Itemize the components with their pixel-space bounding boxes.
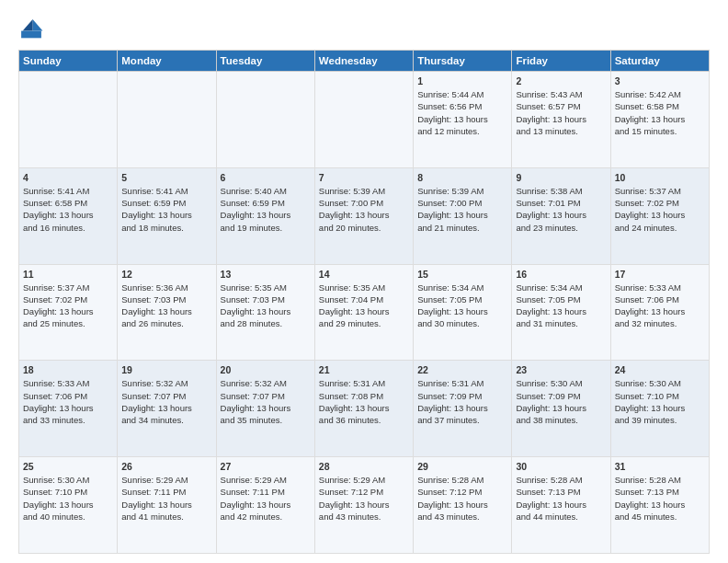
svg-rect-2	[21, 31, 41, 39]
calendar-week-4: 18Sunrise: 5:33 AM Sunset: 7:06 PM Dayli…	[19, 361, 710, 457]
calendar-body: 1Sunrise: 5:44 AM Sunset: 6:56 PM Daylig…	[19, 72, 710, 554]
cell-text: Sunrise: 5:31 AM Sunset: 7:09 PM Dayligh…	[417, 377, 507, 426]
calendar-cell: 6Sunrise: 5:40 AM Sunset: 6:59 PM Daylig…	[216, 167, 314, 264]
calendar-cell	[314, 72, 413, 168]
cell-text: Sunrise: 5:41 AM Sunset: 6:58 PM Dayligh…	[23, 185, 113, 234]
logo	[18, 17, 48, 42]
calendar-week-2: 4Sunrise: 5:41 AM Sunset: 6:58 PM Daylig…	[19, 167, 710, 264]
calendar-cell	[216, 72, 314, 168]
cell-text: Sunrise: 5:29 AM Sunset: 7:11 PM Dayligh…	[121, 474, 211, 523]
cell-text: Sunrise: 5:32 AM Sunset: 7:07 PM Dayligh…	[221, 377, 311, 426]
cell-text: Sunrise: 5:44 AM Sunset: 6:56 PM Dayligh…	[417, 88, 507, 137]
cell-text: Sunrise: 5:37 AM Sunset: 7:02 PM Dayligh…	[615, 185, 705, 234]
day-number: 28	[319, 461, 409, 472]
day-number: 14	[319, 269, 409, 280]
calendar-cell: 31Sunrise: 5:28 AM Sunset: 7:13 PM Dayli…	[610, 457, 709, 554]
cell-text: Sunrise: 5:39 AM Sunset: 7:00 PM Dayligh…	[417, 185, 507, 234]
calendar-cell: 16Sunrise: 5:34 AM Sunset: 7:05 PM Dayli…	[512, 264, 610, 361]
day-number: 29	[417, 461, 507, 472]
day-number: 3	[615, 75, 705, 86]
calendar-cell: 9Sunrise: 5:38 AM Sunset: 7:01 PM Daylig…	[512, 167, 610, 264]
calendar-cell: 2Sunrise: 5:43 AM Sunset: 6:57 PM Daylig…	[512, 72, 610, 168]
calendar-cell: 22Sunrise: 5:31 AM Sunset: 7:09 PM Dayli…	[414, 361, 512, 457]
cell-text: Sunrise: 5:34 AM Sunset: 7:05 PM Dayligh…	[417, 282, 507, 330]
day-number: 7	[319, 172, 409, 183]
calendar-cell: 24Sunrise: 5:30 AM Sunset: 7:10 PM Dayli…	[610, 361, 709, 457]
day-header-friday: Friday	[512, 51, 610, 72]
day-number: 19	[121, 364, 211, 375]
calendar-cell: 3Sunrise: 5:42 AM Sunset: 6:58 PM Daylig…	[610, 72, 709, 168]
calendar-cell: 25Sunrise: 5:30 AM Sunset: 7:10 PM Dayli…	[19, 457, 118, 554]
day-number: 26	[121, 461, 211, 472]
cell-text: Sunrise: 5:32 AM Sunset: 7:07 PM Dayligh…	[121, 377, 211, 426]
cell-text: Sunrise: 5:38 AM Sunset: 7:01 PM Dayligh…	[516, 185, 606, 234]
calendar-cell: 26Sunrise: 5:29 AM Sunset: 7:11 PM Dayli…	[118, 457, 216, 554]
cell-text: Sunrise: 5:33 AM Sunset: 7:06 PM Dayligh…	[615, 282, 705, 330]
day-number: 13	[221, 269, 311, 280]
cell-text: Sunrise: 5:43 AM Sunset: 6:57 PM Dayligh…	[516, 88, 606, 137]
day-number: 5	[121, 172, 211, 183]
day-number: 15	[417, 269, 507, 280]
day-number: 25	[23, 461, 113, 472]
cell-text: Sunrise: 5:29 AM Sunset: 7:11 PM Dayligh…	[221, 474, 311, 523]
logo-icon	[18, 17, 44, 42]
day-number: 31	[615, 461, 705, 472]
day-number: 1	[417, 75, 507, 86]
day-number: 30	[516, 461, 606, 472]
calendar-cell: 30Sunrise: 5:28 AM Sunset: 7:13 PM Dayli…	[512, 457, 610, 554]
day-number: 2	[516, 75, 606, 86]
calendar-cell: 27Sunrise: 5:29 AM Sunset: 7:11 PM Dayli…	[216, 457, 314, 554]
calendar-cell: 4Sunrise: 5:41 AM Sunset: 6:58 PM Daylig…	[19, 167, 118, 264]
day-header-thursday: Thursday	[414, 51, 512, 72]
calendar-cell: 11Sunrise: 5:37 AM Sunset: 7:02 PM Dayli…	[19, 264, 118, 361]
calendar-header: SundayMondayTuesdayWednesdayThursdayFrid…	[19, 51, 710, 72]
calendar-week-5: 25Sunrise: 5:30 AM Sunset: 7:10 PM Dayli…	[19, 457, 710, 554]
day-header-monday: Monday	[118, 51, 216, 72]
cell-text: Sunrise: 5:35 AM Sunset: 7:03 PM Dayligh…	[221, 282, 311, 330]
day-number: 16	[516, 269, 606, 280]
cell-text: Sunrise: 5:37 AM Sunset: 7:02 PM Dayligh…	[23, 282, 113, 330]
day-number: 24	[615, 364, 705, 375]
cell-text: Sunrise: 5:36 AM Sunset: 7:03 PM Dayligh…	[121, 282, 211, 330]
calendar-cell: 23Sunrise: 5:30 AM Sunset: 7:09 PM Dayli…	[512, 361, 610, 457]
day-number: 20	[221, 364, 311, 375]
day-number: 8	[417, 172, 507, 183]
calendar-cell: 15Sunrise: 5:34 AM Sunset: 7:05 PM Dayli…	[414, 264, 512, 361]
calendar-cell	[118, 72, 216, 168]
cell-text: Sunrise: 5:34 AM Sunset: 7:05 PM Dayligh…	[516, 282, 606, 330]
cell-text: Sunrise: 5:42 AM Sunset: 6:58 PM Dayligh…	[615, 88, 705, 137]
svg-marker-1	[23, 19, 33, 30]
day-number: 6	[221, 172, 311, 183]
day-header-sunday: Sunday	[19, 51, 118, 72]
calendar-cell: 14Sunrise: 5:35 AM Sunset: 7:04 PM Dayli…	[314, 264, 413, 361]
day-number: 23	[516, 364, 606, 375]
calendar-cell: 8Sunrise: 5:39 AM Sunset: 7:00 PM Daylig…	[414, 167, 512, 264]
day-number: 22	[417, 364, 507, 375]
day-number: 12	[121, 269, 211, 280]
cell-text: Sunrise: 5:29 AM Sunset: 7:12 PM Dayligh…	[319, 474, 409, 523]
cell-text: Sunrise: 5:28 AM Sunset: 7:12 PM Dayligh…	[417, 474, 507, 523]
day-header-saturday: Saturday	[610, 51, 709, 72]
cell-text: Sunrise: 5:28 AM Sunset: 7:13 PM Dayligh…	[516, 474, 606, 523]
cell-text: Sunrise: 5:30 AM Sunset: 7:10 PM Dayligh…	[23, 474, 113, 523]
day-header-wednesday: Wednesday	[314, 51, 413, 72]
page: SundayMondayTuesdayWednesdayThursdayFrid…	[0, 0, 728, 563]
calendar-cell: 13Sunrise: 5:35 AM Sunset: 7:03 PM Dayli…	[216, 264, 314, 361]
cell-text: Sunrise: 5:41 AM Sunset: 6:59 PM Dayligh…	[121, 185, 211, 234]
day-number: 21	[319, 364, 409, 375]
calendar-cell: 5Sunrise: 5:41 AM Sunset: 6:59 PM Daylig…	[118, 167, 216, 264]
cell-text: Sunrise: 5:35 AM Sunset: 7:04 PM Dayligh…	[319, 282, 409, 330]
calendar-cell: 1Sunrise: 5:44 AM Sunset: 6:56 PM Daylig…	[414, 72, 512, 168]
day-number: 4	[23, 172, 113, 183]
calendar-table: SundayMondayTuesdayWednesdayThursdayFrid…	[18, 50, 710, 554]
cell-text: Sunrise: 5:28 AM Sunset: 7:13 PM Dayligh…	[615, 474, 705, 523]
svg-marker-0	[33, 19, 43, 30]
calendar-cell: 7Sunrise: 5:39 AM Sunset: 7:00 PM Daylig…	[314, 167, 413, 264]
calendar-week-1: 1Sunrise: 5:44 AM Sunset: 6:56 PM Daylig…	[19, 72, 710, 168]
cell-text: Sunrise: 5:30 AM Sunset: 7:10 PM Dayligh…	[615, 377, 705, 426]
cell-text: Sunrise: 5:33 AM Sunset: 7:06 PM Dayligh…	[23, 377, 113, 426]
day-number: 10	[615, 172, 705, 183]
day-number: 17	[615, 269, 705, 280]
day-header-tuesday: Tuesday	[216, 51, 314, 72]
day-number: 9	[516, 172, 606, 183]
